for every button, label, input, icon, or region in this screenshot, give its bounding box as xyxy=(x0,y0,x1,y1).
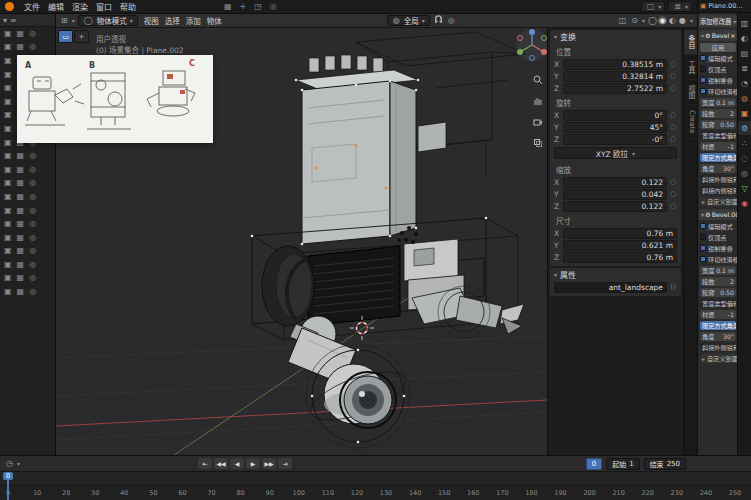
tool-tab[interactable]: ▥ xyxy=(738,16,751,30)
object-data-tab[interactable]: ▽ xyxy=(738,181,751,195)
physics-tab[interactable]: ◌ xyxy=(738,151,751,165)
transport-button-3[interactable]: ▶ xyxy=(246,458,260,469)
dropdown-field[interactable]: 宽度类型偏移量 xyxy=(700,299,736,308)
blender-logo-icon[interactable] xyxy=(5,2,14,11)
checkbox[interactable] xyxy=(700,66,706,72)
cursor-tool-button[interactable]: + xyxy=(74,30,89,43)
transform-panel-header[interactable]: ▾ 变换 xyxy=(550,30,681,43)
subpanel-header[interactable]: ▸自定义剖面 xyxy=(700,197,737,206)
outliner-row[interactable]: ▣▦◎ xyxy=(0,177,55,191)
lock-icon[interactable]: ○ xyxy=(669,111,677,119)
dropdown-field[interactable]: 宽度类型偏移量 xyxy=(700,131,736,140)
value-field[interactable]: -0° xyxy=(563,134,667,145)
sidebar-tab-2[interactable]: 视图 xyxy=(684,80,697,105)
slider-field[interactable]: 段数2 xyxy=(700,109,736,118)
solid-shading-icon[interactable]: ◉ xyxy=(658,16,667,25)
timeline-ruler[interactable]: 0102030405060708090100110120130140150160… xyxy=(0,486,751,500)
outliner-row[interactable]: ▣▦◎ xyxy=(0,217,55,231)
checkbox[interactable] xyxy=(700,256,706,262)
particles-tab[interactable]: ∴ xyxy=(738,136,751,150)
lock-icon[interactable]: ○ xyxy=(669,202,677,210)
close-icon[interactable]: × xyxy=(730,32,735,39)
value-field[interactable]: 0.621 m xyxy=(563,240,677,251)
checkbox[interactable] xyxy=(700,234,706,240)
zoom-icon[interactable] xyxy=(530,72,545,87)
custom-prop-name-field[interactable]: ant_landscape xyxy=(554,282,667,293)
frame-end-field[interactable]: 结束250 xyxy=(644,458,686,470)
pan-hand-icon[interactable] xyxy=(530,93,545,108)
custom-properties-header[interactable]: ▾ 属性 xyxy=(550,268,681,281)
xray-toggle-icon[interactable]: ◫ xyxy=(618,16,628,25)
checkbox[interactable] xyxy=(700,77,706,83)
slider-field[interactable]: 角度30° xyxy=(700,332,736,341)
slider-field[interactable]: 宽度0.1 m xyxy=(700,98,736,107)
lock-icon[interactable]: ○ xyxy=(669,60,677,68)
outliner-row[interactable]: ▣▦◎ xyxy=(0,163,55,177)
scene-tab[interactable]: ◔ xyxy=(738,76,751,90)
dropdown-field-active[interactable]: 限定方式角度 xyxy=(700,321,736,330)
outliner-row[interactable]: ▣▦◎ xyxy=(0,245,55,259)
transport-button-1[interactable]: ◀◀ xyxy=(214,458,228,469)
lock-icon[interactable]: ○ xyxy=(669,72,677,80)
outliner-row[interactable]: ▣▦◎ xyxy=(0,27,55,41)
outliner-row[interactable]: ▣▦◎ xyxy=(0,285,55,299)
value-field[interactable]: 0.76 m xyxy=(563,228,677,239)
value-field[interactable]: 0.122 xyxy=(563,201,667,212)
transport-button-4[interactable]: ▶▶ xyxy=(262,458,276,469)
transport-button-2[interactable]: ◀ xyxy=(230,458,244,469)
viewport-menu-3[interactable]: 物体 xyxy=(204,15,225,26)
subpanel-header[interactable]: ▸自定义剖面 xyxy=(700,354,737,363)
dropdown-field[interactable]: 斜接内侧锐利 xyxy=(700,186,736,195)
render-tab[interactable]: ◐ xyxy=(738,31,751,45)
ortho-toggle-icon[interactable] xyxy=(530,135,545,150)
current-frame-field[interactable]: 0 xyxy=(586,458,602,470)
value-field[interactable]: 45° xyxy=(563,122,667,133)
navigation-gizmo[interactable] xyxy=(513,26,551,64)
sidebar-tab-3[interactable]: Create xyxy=(684,105,697,139)
value-field[interactable]: 0.76 m xyxy=(563,252,677,263)
orientation-selector[interactable]: ◍ 全局 ▾ xyxy=(387,15,430,26)
select-box-tool-button[interactable]: ▭ xyxy=(58,30,73,43)
world-tab[interactable]: ◍ xyxy=(738,91,751,105)
lock-icon[interactable]: ○ xyxy=(669,178,677,186)
overlays-icon[interactable]: ⊙ xyxy=(630,16,639,25)
value-field[interactable]: 0.38515 m xyxy=(563,59,667,70)
value-field[interactable]: 0.042 xyxy=(563,189,667,200)
slider-field[interactable]: 轮廓0.50 xyxy=(700,288,736,297)
left-cylinder[interactable] xyxy=(262,246,314,326)
outliner-row[interactable]: ▣▦◎ xyxy=(0,204,55,218)
slider-field[interactable]: 角度30° xyxy=(700,164,736,173)
lock-icon[interactable]: ○ xyxy=(669,135,677,143)
workspace-icon[interactable]: ▦ xyxy=(222,2,234,11)
constraints-tab[interactable]: ◎ xyxy=(738,166,751,180)
scene-selector[interactable]: ▢▾ xyxy=(641,1,666,12)
checkbox[interactable] xyxy=(700,245,706,251)
output-tab[interactable]: ▤ xyxy=(738,46,751,60)
outliner-editor-icon[interactable]: ▾ xyxy=(3,16,7,25)
viewport-menu-1[interactable]: 选择 xyxy=(162,15,183,26)
modifier-header[interactable]: ▾⚙Bevel× xyxy=(699,30,737,41)
snap-target-icon[interactable]: ◳ xyxy=(252,2,264,11)
outliner-row[interactable]: ▣▦◎ xyxy=(0,190,55,204)
vent-box[interactable] xyxy=(308,246,400,326)
outliner-row[interactable]: ▣▦◎ xyxy=(0,149,55,163)
topbar-menu-2[interactable]: 渲染 xyxy=(68,1,92,12)
lock-icon[interactable]: ○ xyxy=(669,84,677,92)
view-layer-tab[interactable]: ≣ xyxy=(738,61,751,75)
slider-field[interactable]: 材质-1 xyxy=(700,142,736,151)
material-tab[interactable]: ◉ xyxy=(738,196,751,210)
dropdown-field[interactable]: 斜接外侧锐利 xyxy=(700,343,736,352)
sidebar-tab-0[interactable]: 条目 xyxy=(684,30,697,55)
slider-field[interactable]: 段数2 xyxy=(700,277,736,286)
transport-button-0[interactable]: ⇤ xyxy=(198,458,212,469)
filter-icon[interactable]: ≡ xyxy=(10,16,17,25)
value-field[interactable]: 0° xyxy=(563,110,667,121)
frame-start-field[interactable]: 起始1 xyxy=(606,458,639,470)
wireframe-shading-icon[interactable]: ◯ xyxy=(648,16,657,25)
rotation-mode-dropdown[interactable]: XYZ 欧拉▾ xyxy=(554,147,677,159)
snap-magnet-icon[interactable] xyxy=(433,15,444,26)
value-field[interactable]: 0.32814 m xyxy=(563,71,667,82)
mode-selector[interactable]: ◯ 物体模式 ▾ xyxy=(78,15,138,26)
topbar-menu-1[interactable]: 编辑 xyxy=(44,1,68,12)
checkbox[interactable] xyxy=(700,55,706,61)
